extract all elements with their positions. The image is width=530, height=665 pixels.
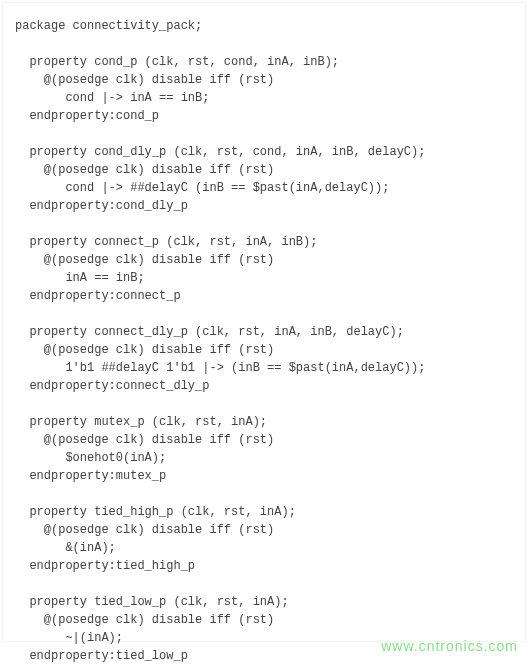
code-line: cond |-> inA == inB;	[15, 91, 209, 105]
code-line: endproperty:cond_p	[15, 109, 159, 123]
code-line: cond |-> ##delayC (inB == $past(inA,dela…	[15, 181, 389, 195]
code-line: property connect_dly_p (clk, rst, inA, i…	[15, 325, 404, 339]
code-line: property connect_p (clk, rst, inA, inB);	[15, 235, 317, 249]
code-line: property mutex_p (clk, rst, inA);	[15, 415, 267, 429]
code-line: endproperty:connect_dly_p	[15, 379, 209, 393]
code-line: @(posedge clk) disable iff (rst)	[15, 253, 274, 267]
code-line: endproperty:connect_p	[15, 289, 181, 303]
code-line: @(posedge clk) disable iff (rst)	[15, 613, 274, 627]
code-line: @(posedge clk) disable iff (rst)	[15, 433, 274, 447]
code-line: @(posedge clk) disable iff (rst)	[15, 343, 274, 357]
code-line: 1'b1 ##delayC 1'b1 |-> (inB == $past(inA…	[15, 361, 425, 375]
code-block: package connectivity_pack; property cond…	[2, 2, 526, 642]
code-line: property tied_low_p (clk, rst, inA);	[15, 595, 289, 609]
code-line: property cond_p (clk, rst, cond, inA, in…	[15, 55, 339, 69]
code-line: @(posedge clk) disable iff (rst)	[15, 523, 274, 537]
code-line: package connectivity_pack;	[15, 19, 202, 33]
watermark-text: www.cntronics.com	[381, 636, 518, 657]
code-line: endproperty:tied_high_p	[15, 559, 195, 573]
code-line: endproperty:mutex_p	[15, 469, 166, 483]
code-line: endproperty:cond_dly_p	[15, 199, 188, 213]
code-line: @(posedge clk) disable iff (rst)	[15, 163, 274, 177]
code-line: ~|(inA);	[15, 631, 123, 645]
code-line: &(inA);	[15, 541, 116, 555]
code-line: property tied_high_p (clk, rst, inA);	[15, 505, 296, 519]
code-line: property cond_dly_p (clk, rst, cond, inA…	[15, 145, 425, 159]
code-line: endproperty:tied_low_p	[15, 649, 188, 663]
code-line: @(posedge clk) disable iff (rst)	[15, 73, 274, 87]
code-line: $onehot0(inA);	[15, 451, 166, 465]
code-line: inA == inB;	[15, 271, 145, 285]
